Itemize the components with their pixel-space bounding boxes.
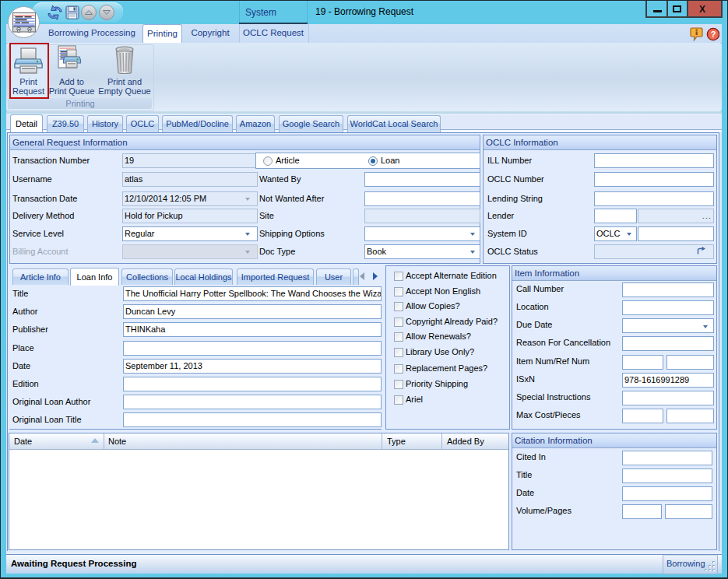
svg-text:?: ? [711,30,716,39]
